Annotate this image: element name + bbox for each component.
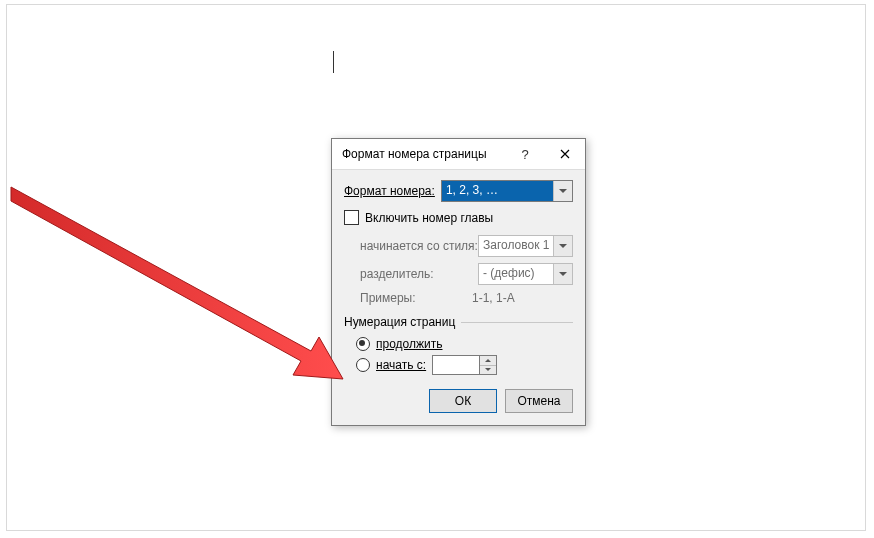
starts-with-style-value: Заголовок 1 — [479, 236, 553, 256]
cancel-button[interactable]: Отмена — [505, 389, 573, 413]
help-icon: ? — [521, 147, 528, 162]
number-format-combo[interactable]: 1, 2, 3, … — [441, 180, 573, 202]
numbering-group-label: Нумерация страниц — [344, 315, 573, 329]
close-button[interactable] — [545, 139, 585, 169]
dialog-titlebar[interactable]: Формат номера страницы ? — [332, 139, 585, 170]
radio-start-at[interactable] — [356, 358, 370, 372]
document-area: Формат номера страницы ? Формат номера: … — [6, 4, 866, 531]
radio-continue-label: продолжить — [376, 337, 442, 351]
dialog-title: Формат номера страницы — [342, 147, 505, 161]
include-chapter-checkbox[interactable] — [344, 210, 359, 225]
starts-with-style-label: начинается со стиля: — [360, 239, 472, 253]
chevron-up-icon — [485, 359, 491, 362]
examples-value: 1-1, 1-A — [472, 291, 515, 305]
annotation-arrow — [0, 179, 371, 399]
help-button[interactable]: ? — [505, 139, 545, 169]
radio-start-at-row[interactable]: начать с: — [356, 355, 573, 375]
include-chapter-label: Включить номер главы — [365, 211, 493, 225]
radio-start-at-label: начать с: — [376, 358, 426, 372]
chevron-down-icon — [553, 236, 572, 256]
separator-label: разделитель: — [360, 267, 472, 281]
radio-continue[interactable] — [356, 337, 370, 351]
examples-label: Примеры: — [360, 291, 472, 305]
chevron-down-icon — [553, 181, 572, 201]
ok-button[interactable]: ОК — [429, 389, 497, 413]
spinner-down[interactable] — [480, 365, 496, 375]
chevron-down-icon — [553, 264, 572, 284]
chevron-down-icon — [485, 368, 491, 371]
separator-combo[interactable]: - (дефис) — [478, 263, 573, 285]
start-at-spinner[interactable] — [432, 355, 497, 375]
spinner-up[interactable] — [480, 356, 496, 365]
separator-value: - (дефис) — [479, 264, 553, 284]
text-cursor — [333, 51, 334, 73]
format-label: Формат номера: — [344, 184, 435, 198]
include-chapter-checkbox-row[interactable]: Включить номер главы — [344, 210, 573, 225]
page-number-format-dialog: Формат номера страницы ? Формат номера: … — [331, 138, 586, 426]
start-at-input[interactable] — [432, 355, 479, 375]
close-icon — [560, 149, 570, 159]
radio-continue-row[interactable]: продолжить — [356, 337, 573, 351]
svg-marker-0 — [11, 187, 343, 379]
number-format-value: 1, 2, 3, … — [442, 181, 553, 201]
starts-with-style-combo[interactable]: Заголовок 1 — [478, 235, 573, 257]
